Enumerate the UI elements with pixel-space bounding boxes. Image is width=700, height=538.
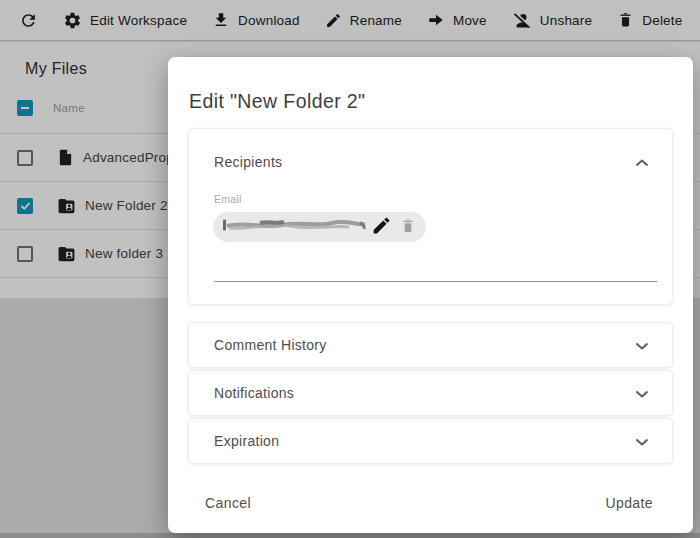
add-email-input[interactable]: [214, 262, 657, 282]
section-label: Expiration: [214, 433, 279, 449]
section-label: Comment History: [214, 337, 327, 353]
section-recipients: Recipients Email: [188, 128, 673, 305]
dialog-title: Edit "New Folder 2": [189, 90, 672, 113]
section-expiration[interactable]: Expiration: [188, 418, 673, 464]
remove-recipient-button[interactable]: [400, 217, 416, 238]
cancel-button[interactable]: Cancel: [205, 495, 251, 511]
edit-dialog: Edit "New Folder 2" Recipients Email: [168, 57, 693, 533]
pencil-icon: [371, 215, 392, 239]
chevron-up-icon: [635, 153, 649, 171]
app-screen: Edit Workspace Download Rename Move: [0, 0, 700, 538]
recipient-email-chip: [213, 212, 426, 242]
chevron-down-icon: [635, 384, 649, 402]
chevron-down-icon: [635, 336, 649, 354]
trash-icon: [400, 217, 416, 238]
update-button[interactable]: Update: [605, 495, 653, 511]
section-label: Recipients: [214, 154, 282, 170]
section-notifications[interactable]: Notifications: [188, 370, 673, 416]
section-recipients-header[interactable]: Recipients: [189, 129, 672, 171]
dialog-footer: Cancel Update: [205, 495, 653, 511]
section-comment-history[interactable]: Comment History: [188, 322, 673, 368]
section-label: Notifications: [214, 385, 294, 401]
chevron-down-icon: [635, 432, 649, 450]
redacted-email-scribble: [222, 216, 370, 238]
email-field-label: Email: [214, 193, 672, 205]
edit-recipient-button[interactable]: [371, 215, 392, 239]
